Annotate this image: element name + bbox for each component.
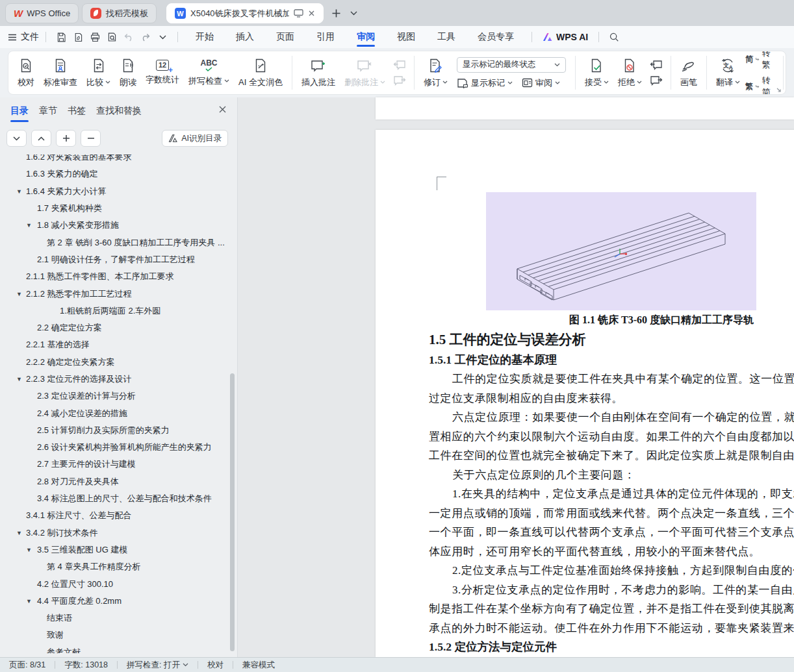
toc-item[interactable]: 3.4.1 标注尺寸、公差与配合 [0,507,227,524]
next-change-button[interactable] [650,75,663,86]
toc-item[interactable]: 2.2 确定定位方案 [0,319,227,336]
toc-item[interactable]: ▼3.5 三维装配图 UG 建模 [0,541,227,558]
menu-item-home[interactable]: 开始 [190,26,219,48]
next-comment-button[interactable] [393,75,406,86]
tab-docer-templates[interactable]: 找稻壳模板 [82,3,157,23]
menu-item-member[interactable]: 会员专享 [472,26,519,48]
menu-item-review[interactable]: 审阅 [352,26,380,48]
figure-rail-drawing[interactable] [486,192,756,310]
toc-item[interactable]: 1.6.2 对夹紧装置的基本要求 [0,155,227,166]
redo-button[interactable] [137,29,154,45]
show-markup-button[interactable]: 显示标记 [457,77,513,89]
review-pane-button[interactable]: 审阅 [522,77,560,89]
insert-comment-button[interactable]: 插入批注 [298,53,339,92]
previous-comment-button[interactable] [393,60,406,70]
word-count-button[interactable]: 12+ 字数统计 [142,53,183,92]
ai-recognize-toc-button[interactable]: AI识别目录 [162,130,228,147]
toc-item[interactable]: 2.7 主要元件的设计与建模 [0,456,227,473]
toc-item[interactable]: 2.2.2 确定定位夹紧方案 [0,354,227,371]
monitor-icon[interactable] [294,9,303,18]
reject-change-button[interactable]: 拒绝 [614,53,646,92]
file-menu[interactable]: 文件 [8,31,39,43]
translate-button[interactable]: 文A 翻译 [712,53,744,92]
toc-item[interactable]: ▼4.4 平面度允差 0.2mm [0,593,227,610]
toc-item[interactable]: 2.1 明确设计任务，了解零件加工工艺过程 [0,251,227,268]
toc-item[interactable]: ▼2.2.3 定位元件的选择及设计 [0,371,227,388]
toc-item[interactable]: 2.8 对刀元件及夹具体 [0,473,227,490]
toc-item[interactable]: 致谢 [0,627,227,643]
tab-document[interactable]: W X5040铣床拨叉零件机械加工 [166,3,324,23]
collapse-triangle-icon[interactable]: ▼ [16,188,22,195]
sidebar-tab-bookmarks[interactable]: 书签 [68,105,86,118]
export-pdf-button[interactable] [70,29,86,45]
toc-item[interactable]: ▼2.1.2 熟悉零件加工工艺过程 [0,285,227,302]
read-aloud-button[interactable]: 朗读 [116,53,140,92]
menu-item-insert[interactable]: 插入 [231,26,259,48]
print-preview-button[interactable] [103,29,120,45]
delete-comment-button[interactable]: 删除批注 [340,53,389,92]
collapse-triangle-icon[interactable]: ▼ [16,291,22,297]
tab-list-chevron-icon[interactable] [346,5,361,21]
collapse-triangle-icon[interactable]: ▼ [16,530,22,536]
close-tab-icon[interactable] [308,10,315,17]
toc-item[interactable]: 2.3 定位误差的计算与分析 [0,388,227,404]
quickbar-more-chevron-icon[interactable] [154,29,171,45]
close-sidebar-icon[interactable] [218,105,227,114]
toc-item[interactable]: 4.2 位置尺寸 300.10 [0,575,227,592]
accept-change-button[interactable]: 接受 [581,53,613,92]
save-button[interactable] [53,29,70,45]
menu-item-view[interactable]: 视图 [392,26,420,48]
sidebar-tab-find-replace[interactable]: 查找和替换 [96,105,142,118]
sidebar-tab-contents[interactable]: 目录 [10,105,29,118]
toc-item[interactable]: 3.4 标注总图上的尺寸、公差与配合和技术条件 [0,490,227,507]
markup-state-select[interactable]: 显示标记的最终状态 [457,57,566,73]
toc-item[interactable]: 1.6.3 夹紧力的确定 [0,166,227,182]
ai-polish-button[interactable]: AI 全文润色 [235,53,287,92]
sidebar-scrollbar[interactable] [230,155,235,653]
proofread-status-button[interactable]: 校对 [198,660,233,671]
zoom-out-outline-button[interactable] [81,130,101,147]
collapse-all-button[interactable] [31,130,51,147]
compare-button[interactable]: 比较 [83,53,114,92]
sidebar-tab-chapters[interactable]: 章节 [39,105,57,118]
toc-item[interactable]: ▼1.6.4 夹紧力大小计算 [0,183,227,200]
toc-item[interactable]: 2.2.1 基准的选择 [0,336,227,353]
spell-check-toggle[interactable]: 拼写检查: 打开 [118,660,198,671]
toc-item[interactable]: 2.1.1 熟悉工件零件图、本工序加工要求 [0,268,227,285]
menu-item-reference[interactable]: 引用 [311,26,340,48]
undo-button[interactable] [120,29,137,45]
toc-item[interactable]: ▼3.4.2 制订技术条件 [0,525,227,541]
standard-review-button[interactable]: 标准审查 [40,53,81,92]
toc-item[interactable]: 2.4 减小定位误差的措施 [0,404,227,421]
toc-item[interactable]: 第 2 章 铣削 3-60 度缺口精加工工序专用夹具 ... [0,234,227,251]
toc-item[interactable]: 2.5 计算切削力及实际所需的夹紧力 [0,422,227,439]
new-tab-button[interactable] [328,5,344,21]
pen-button[interactable]: 画笔 [676,53,701,92]
tab-wps-office[interactable]: W WPS Office [5,3,79,23]
menu-item-page[interactable]: 页面 [271,26,300,48]
traditional-to-simplified-button[interactable]: 繁 转简 [745,75,773,95]
expand-all-button[interactable] [6,130,27,147]
toc-item[interactable]: 第 4 章夹具工作精度分析 [0,558,227,575]
search-icon[interactable] [606,29,622,45]
proofread-button[interactable]: 校对 [14,53,38,92]
collapse-triangle-icon[interactable]: ▼ [26,222,32,229]
group-expander-icon[interactable] [776,87,782,93]
print-button[interactable] [86,29,103,45]
collapse-triangle-icon[interactable]: ▼ [16,376,22,382]
zoom-in-outline-button[interactable] [56,130,76,147]
collapse-triangle-icon[interactable]: ▼ [26,547,32,553]
previous-change-button[interactable] [650,60,663,70]
simplified-to-traditional-button[interactable]: 简 转繁 [745,51,773,71]
toc-item[interactable]: ▼1.8 减小夹紧变形措施 [0,217,227,234]
spell-check-button[interactable]: ABC 拼写检查 [185,53,233,92]
toc-item[interactable]: 参考文献 [0,644,227,653]
collapse-triangle-icon[interactable]: ▼ [26,598,32,604]
toc-item[interactable]: 1.粗铣前后两端面 2.车外圆 [0,303,227,319]
toc-item[interactable]: 1.7 夹紧机构种类 [0,200,227,217]
track-changes-button[interactable]: 修订 [420,53,452,92]
document-text[interactable]: 图 1.1 铣床 T3-60 度缺口精加工工序导轨1.5 工件的定位与误差分析1… [376,312,794,656]
toc-item[interactable]: 结束语 [0,610,227,627]
toc-item[interactable]: 2.6 设计夹紧机构并验算机构所能产生的夹紧力 [0,439,227,456]
menu-item-tools[interactable]: 工具 [432,26,461,48]
